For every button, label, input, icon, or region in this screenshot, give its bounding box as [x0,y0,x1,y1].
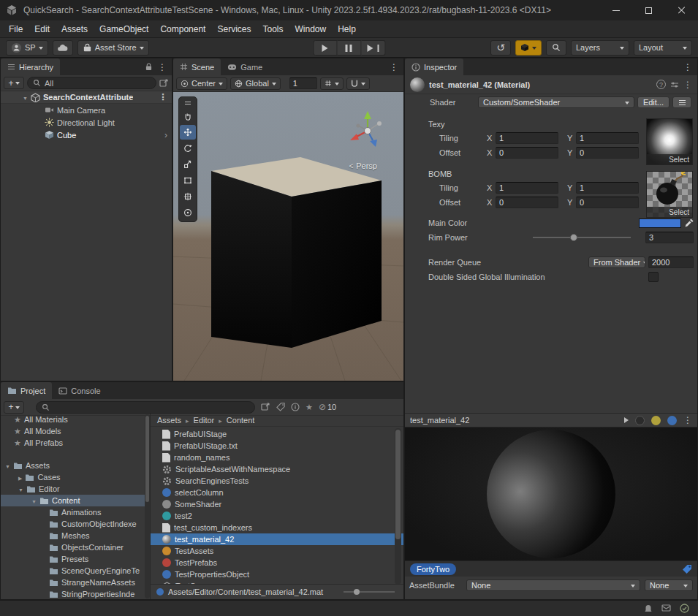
tree-item-cases[interactable]: Cases [1,471,150,483]
package-highlight-button[interactable] [515,40,542,56]
rim-power-slider[interactable] [533,237,631,238]
tab-scene[interactable]: Scene [173,58,221,75]
file-row[interactable]: ScriptableAssetWithNamespace [151,463,403,475]
menu-file[interactable]: File [3,20,29,37]
bomb-select-button[interactable]: Select [647,207,692,217]
file-row[interactable]: test_custom_indexers [151,522,403,533]
pause-button[interactable] [337,40,361,56]
hierarchy-search-input[interactable]: All [27,77,156,89]
expand-icon[interactable] [5,461,10,470]
undo-history-button[interactable] [490,40,511,56]
hierarchy-item-cube[interactable]: Cube [1,129,172,141]
tree-item-content[interactable]: Content [1,495,150,506]
hand-tool[interactable] [180,109,196,123]
tab-console[interactable]: Console [52,382,107,399]
tab-game[interactable]: Game [221,58,269,75]
tab-project[interactable]: Project [1,382,52,399]
breadcrumb-assets[interactable]: Assets [157,416,181,425]
zoom-slider[interactable] [344,591,395,593]
project-search-input[interactable] [36,401,255,414]
slider-thumb[interactable] [570,234,577,241]
render-queue-field[interactable] [648,256,694,268]
texy-tiling-y-field[interactable] [576,132,639,144]
assetbundle-variant-dropdown[interactable]: None [645,579,693,591]
menu-window[interactable]: Window [289,20,332,37]
scale-tool[interactable] [180,157,196,172]
search-button[interactable] [546,40,566,56]
menu-help[interactable]: Help [332,20,362,37]
maximize-button[interactable] [632,0,665,20]
presets-icon[interactable] [670,80,679,89]
eyedropper-icon[interactable] [684,218,694,228]
preview-play-icon[interactable] [624,417,629,423]
tree-item-stringpropertiesinde[interactable]: StringPropertiesInde [1,588,150,599]
file-row[interactable]: selectColumn [151,487,403,498]
scene-menu-icon[interactable] [390,63,398,72]
menu-gameobject[interactable]: GameObject [94,20,154,37]
file-row[interactable]: SomeShader [151,498,403,510]
scene-orientation-gizmo[interactable] [345,108,390,153]
double-sided-checkbox[interactable] [648,272,659,282]
material-preview-area[interactable] [405,427,697,560]
transform-tool[interactable] [180,189,196,204]
tools-drag-handle[interactable] [180,99,196,107]
material-menu-icon[interactable] [683,80,692,89]
edit-shader-button[interactable]: Edit... [637,96,669,108]
bomb-texture-preview[interactable]: Select [646,171,693,218]
check-circle-icon[interactable] [680,604,689,613]
scene-viewport[interactable]: Persp [173,92,403,381]
preview-light-icon[interactable] [651,416,661,425]
breadcrumb-editor[interactable]: Editor [194,416,215,425]
tree-scrollbar-thumb[interactable] [145,416,149,502]
texy-select-button[interactable]: Select [647,154,692,164]
file-row[interactable]: random_names [151,452,403,463]
tree-item-meshes[interactable]: Meshes [1,530,150,541]
open-in-window-icon[interactable] [261,403,270,411]
collapse-icon[interactable] [18,473,22,482]
tab-inspector[interactable]: Inspector [405,58,463,75]
account-dropdown[interactable]: SP [6,40,48,56]
console-message-icon[interactable] [661,604,671,612]
tag-icon[interactable] [682,564,692,574]
label-icon[interactable] [276,403,285,411]
bomb-tiling-y-field[interactable] [576,182,639,194]
create-asset-button[interactable] [4,401,24,414]
rotate-tool[interactable] [180,141,196,156]
zoom-slider-thumb[interactable] [354,589,360,595]
layout-dropdown[interactable]: Layout [634,40,692,56]
texy-offset-x-field[interactable] [496,147,558,159]
expand-icon[interactable] [31,496,37,505]
info-icon[interactable] [291,403,300,411]
cloud-button[interactable] [53,40,73,56]
minimize-button[interactable] [599,0,632,20]
menu-component[interactable]: Component [154,20,211,37]
hierarchy-item-directional-light[interactable]: Directional Light [1,116,172,129]
tree-item-scenequeryenginete[interactable]: SceneQueryEngineTe [1,565,150,577]
list-scrollbar-thumb[interactable] [395,430,401,539]
preview-render-mode-icon[interactable] [667,416,677,425]
file-row[interactable]: test2 [151,510,403,522]
shader-dropdown[interactable]: Custom/SomeShader [478,96,634,108]
texy-tiling-x-field[interactable] [496,132,558,144]
bomb-tiling-x-field[interactable] [496,182,558,194]
tree-item-objectscontainer[interactable]: ObjectsContainer [1,541,150,553]
expand-icon[interactable] [23,93,28,102]
bundle-tag-badge[interactable]: FortyTwo [410,563,456,575]
move-tool[interactable] [180,125,196,140]
tab-hierarchy[interactable]: Hierarchy [1,58,60,75]
orientation-dropdown[interactable]: Global [230,77,281,90]
texy-offset-y-field[interactable] [576,147,639,159]
main-color-swatch[interactable] [639,218,681,228]
menu-edit[interactable]: Edit [29,20,56,37]
add-gameobject-button[interactable] [4,77,24,89]
rim-power-field[interactable] [645,232,694,243]
chevron-right-icon[interactable] [164,130,167,140]
expand-icon[interactable] [18,484,23,493]
grid-size-field[interactable] [289,77,317,89]
breadcrumb-content[interactable]: Content [227,416,255,425]
star-icon[interactable] [306,403,313,412]
tree-item-all-materials[interactable]: All Materials [1,414,150,425]
scene-menu-icon[interactable] [159,93,167,102]
list-scrollbar[interactable] [395,428,401,585]
scene-root-row[interactable]: SearchContextAttribute [1,91,172,104]
